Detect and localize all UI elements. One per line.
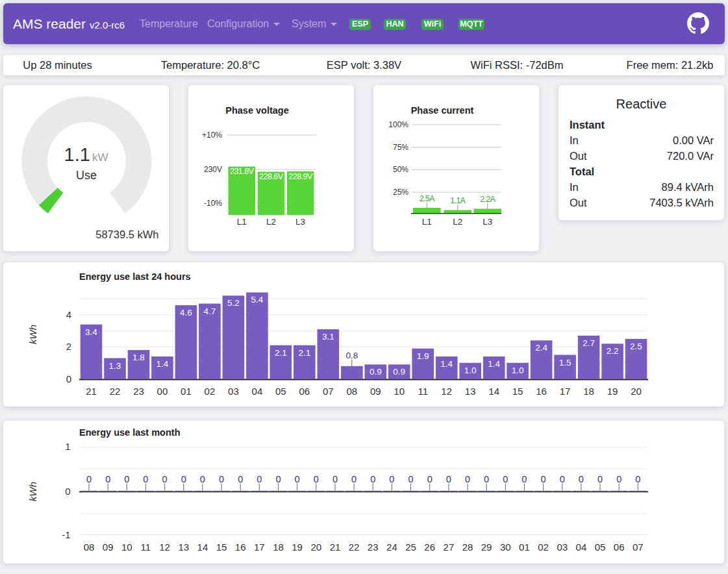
svg-text:06: 06 bbox=[614, 542, 625, 553]
svg-text:11: 11 bbox=[141, 542, 151, 553]
svg-text:1.0: 1.0 bbox=[512, 366, 524, 375]
svg-text:228.9V: 228.9V bbox=[288, 172, 313, 181]
svg-text:3.1: 3.1 bbox=[322, 332, 334, 342]
svg-text:0: 0 bbox=[560, 474, 565, 484]
svg-text:0: 0 bbox=[541, 474, 546, 484]
svg-text:14: 14 bbox=[197, 542, 208, 553]
svg-text:1.4: 1.4 bbox=[440, 359, 453, 369]
svg-text:15: 15 bbox=[216, 542, 227, 553]
svg-text:10: 10 bbox=[394, 386, 405, 397]
svg-text:Energy use last month: Energy use last month bbox=[79, 427, 181, 438]
svg-text:0: 0 bbox=[105, 474, 110, 484]
svg-text:-1: -1 bbox=[62, 529, 70, 540]
svg-text:05: 05 bbox=[595, 542, 606, 553]
svg-text:22: 22 bbox=[110, 386, 121, 397]
svg-text:1.3: 1.3 bbox=[109, 361, 121, 371]
svg-text:kWh: kWh bbox=[27, 325, 38, 344]
svg-text:75%: 75% bbox=[393, 143, 408, 152]
svg-text:25: 25 bbox=[405, 542, 416, 553]
svg-text:0: 0 bbox=[389, 474, 394, 484]
svg-text:19: 19 bbox=[292, 542, 303, 553]
svg-text:0: 0 bbox=[579, 474, 584, 484]
svg-text:0: 0 bbox=[484, 474, 489, 484]
svg-text:23: 23 bbox=[368, 542, 379, 553]
svg-text:231.8V: 231.8V bbox=[230, 167, 255, 176]
svg-text:20: 20 bbox=[631, 386, 642, 397]
svg-text:2.7: 2.7 bbox=[583, 338, 595, 348]
svg-text:10: 10 bbox=[121, 542, 132, 553]
svg-text:4.6: 4.6 bbox=[180, 308, 192, 318]
svg-text:0.8: 0.8 bbox=[345, 351, 358, 360]
svg-text:4.7: 4.7 bbox=[204, 306, 216, 316]
svg-text:08: 08 bbox=[84, 542, 95, 553]
svg-text:5.2: 5.2 bbox=[227, 298, 240, 308]
svg-text:1.9: 1.9 bbox=[417, 351, 429, 361]
svg-text:0: 0 bbox=[219, 474, 224, 484]
svg-text:58739.5 kWh: 58739.5 kWh bbox=[95, 229, 158, 240]
svg-text:13: 13 bbox=[178, 542, 189, 553]
svg-text:L2: L2 bbox=[453, 217, 462, 227]
svg-text:28: 28 bbox=[462, 542, 473, 553]
svg-text:228.6V: 228.6V bbox=[259, 172, 284, 181]
svg-text:03: 03 bbox=[557, 542, 568, 553]
svg-text:01: 01 bbox=[181, 386, 192, 397]
svg-text:2.2: 2.2 bbox=[607, 346, 619, 356]
svg-text:24: 24 bbox=[386, 542, 397, 553]
svg-text:09: 09 bbox=[103, 542, 114, 553]
svg-text:0: 0 bbox=[408, 474, 413, 484]
svg-text:09: 09 bbox=[370, 386, 381, 397]
svg-text:0: 0 bbox=[597, 474, 603, 484]
svg-text:2.5A: 2.5A bbox=[420, 194, 435, 203]
svg-text:13: 13 bbox=[465, 386, 476, 397]
svg-text:1.4: 1.4 bbox=[157, 359, 169, 369]
svg-text:0: 0 bbox=[446, 474, 451, 484]
svg-text:1.0: 1.0 bbox=[464, 366, 477, 375]
svg-text:01: 01 bbox=[519, 542, 530, 553]
svg-text:L3: L3 bbox=[483, 217, 492, 227]
svg-text:0.9: 0.9 bbox=[370, 367, 382, 377]
svg-text:0: 0 bbox=[200, 474, 205, 484]
svg-text:4: 4 bbox=[66, 309, 71, 320]
svg-text:21: 21 bbox=[86, 386, 97, 397]
svg-text:21: 21 bbox=[330, 542, 341, 553]
svg-text:0: 0 bbox=[257, 474, 262, 484]
svg-text:L3: L3 bbox=[295, 217, 305, 227]
svg-text:0: 0 bbox=[333, 474, 338, 484]
svg-text:Energy use last 24 hours: Energy use last 24 hours bbox=[79, 271, 191, 282]
svg-text:2: 2 bbox=[66, 341, 71, 352]
svg-text:0: 0 bbox=[181, 474, 186, 484]
svg-text:0: 0 bbox=[616, 474, 621, 484]
svg-text:0: 0 bbox=[521, 474, 527, 484]
svg-text:2.1: 2.1 bbox=[275, 348, 287, 358]
svg-text:18: 18 bbox=[273, 542, 284, 553]
svg-text:Use: Use bbox=[76, 169, 97, 182]
svg-text:25%: 25% bbox=[393, 188, 408, 197]
svg-text:-10%: -10% bbox=[204, 199, 222, 208]
svg-text:Phase current: Phase current bbox=[411, 105, 474, 116]
svg-text:03: 03 bbox=[228, 386, 239, 397]
svg-text:1.5: 1.5 bbox=[559, 358, 571, 368]
svg-text:02: 02 bbox=[538, 542, 549, 553]
svg-text:07: 07 bbox=[323, 386, 334, 397]
svg-text:06: 06 bbox=[299, 386, 310, 397]
svg-text:1.8: 1.8 bbox=[132, 353, 145, 362]
svg-text:0: 0 bbox=[162, 474, 168, 484]
svg-text:0: 0 bbox=[370, 474, 375, 484]
svg-text:+10%: +10% bbox=[202, 131, 222, 140]
svg-text:1: 1 bbox=[65, 441, 70, 452]
svg-text:12: 12 bbox=[159, 542, 170, 553]
svg-text:2.2A: 2.2A bbox=[480, 195, 496, 204]
svg-text:17: 17 bbox=[560, 386, 571, 397]
svg-text:100%: 100% bbox=[388, 120, 408, 129]
svg-text:0: 0 bbox=[427, 474, 433, 484]
svg-text:kW: kW bbox=[92, 151, 108, 164]
svg-text:0: 0 bbox=[238, 474, 243, 484]
svg-text:23: 23 bbox=[133, 386, 144, 397]
svg-text:Phase voltage: Phase voltage bbox=[225, 105, 289, 116]
svg-text:2.5: 2.5 bbox=[630, 342, 642, 351]
svg-text:50%: 50% bbox=[393, 165, 408, 174]
svg-text:0: 0 bbox=[295, 474, 300, 484]
svg-text:0: 0 bbox=[124, 474, 129, 484]
svg-text:0: 0 bbox=[465, 474, 470, 484]
svg-text:17: 17 bbox=[254, 542, 265, 553]
